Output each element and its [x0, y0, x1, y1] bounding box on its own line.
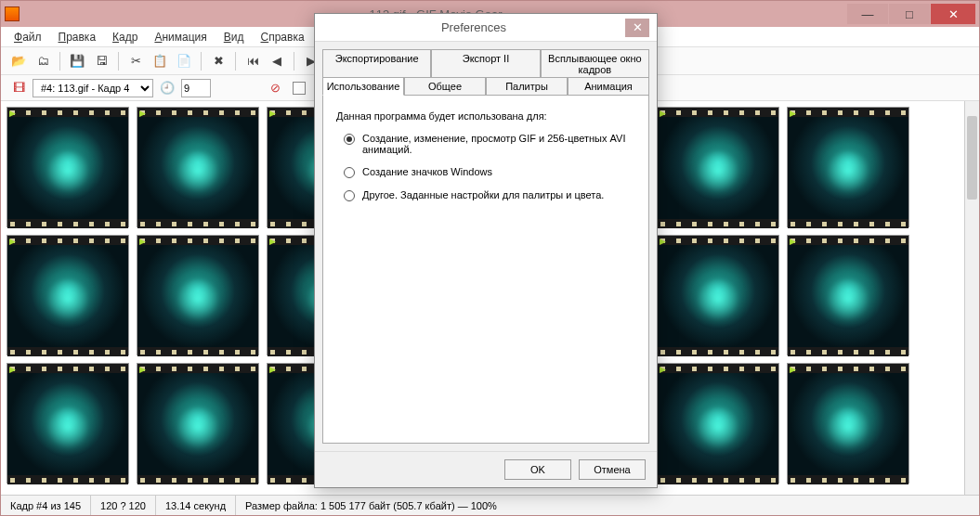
saveas-button[interactable]: 🖫: [91, 51, 111, 71]
tab-export[interactable]: Экспортирование: [322, 49, 431, 78]
frame-thumb[interactable]: ▶: [137, 363, 259, 484]
dialog-titlebar[interactable]: Preferences ✕: [315, 14, 657, 42]
no-icon: ⊘: [270, 81, 281, 95]
radio-label: Создание значков Windows: [362, 166, 492, 177]
statusbar: Кадр #4 из 145 120 ? 120 13.14 секунд Ра…: [1, 495, 979, 515]
frame-thumb[interactable]: ▶: [137, 107, 259, 227]
color-button[interactable]: [289, 78, 309, 98]
scrollbar-thumb[interactable]: [967, 116, 977, 200]
minimize-button[interactable]: —: [847, 4, 888, 24]
frame-thumb[interactable]: ▶: [787, 107, 909, 227]
frame-thumb[interactable]: ▶: [787, 235, 909, 355]
menu-file[interactable]: Файл: [7, 29, 49, 45]
separator: [118, 52, 119, 71]
thumb-image: [7, 373, 128, 475]
copy-button[interactable]: 📋: [150, 51, 170, 71]
separator: [201, 52, 202, 71]
thumb-image: [137, 117, 258, 219]
delay-input[interactable]: [181, 79, 211, 97]
menu-frame[interactable]: Кадр: [105, 29, 145, 45]
separator: [294, 52, 294, 71]
cut-icon: ✂: [131, 54, 141, 68]
color-swatch-icon: [293, 82, 306, 95]
save-icon: 💾: [70, 54, 85, 68]
status-dims: 120 ? 120: [91, 496, 156, 515]
tab-animation[interactable]: Анимация: [568, 77, 649, 96]
thumb-image: [788, 373, 908, 475]
close-button[interactable]: ✕: [931, 4, 975, 24]
open-icon: 📂: [11, 54, 26, 68]
frame-thumb[interactable]: ▶: [7, 107, 129, 227]
vertical-scrollbar[interactable]: [964, 101, 979, 495]
thumb-image: [658, 245, 778, 347]
thumb-image: [788, 245, 908, 347]
separator: [59, 52, 60, 71]
separator: [235, 52, 236, 71]
prev-button[interactable]: ◀: [267, 51, 287, 71]
tab-export2[interactable]: Экспорт II: [431, 49, 540, 78]
frame-thumb[interactable]: ▶: [7, 235, 129, 355]
clock-button[interactable]: 🕘: [157, 78, 177, 98]
thumb-image: [7, 245, 128, 347]
radio-label: Другое. Заданные настройки для палитры и…: [362, 189, 604, 200]
frame-thumb[interactable]: ▶: [657, 235, 779, 355]
usage-intro: Данная программа будет использована для:: [336, 110, 635, 122]
insert-button[interactable]: 🗂: [33, 51, 53, 71]
menu-view[interactable]: Вид: [216, 29, 252, 45]
film-icon: 🎞: [13, 81, 25, 95]
status-frame: Кадр #4 из 145: [1, 496, 91, 515]
copy-icon: 📋: [152, 54, 167, 68]
tab-usage[interactable]: Использование: [322, 77, 404, 96]
thumb-image: [137, 245, 258, 347]
frame-icon-button[interactable]: 🎞: [8, 78, 29, 98]
paste-button[interactable]: 📄: [174, 51, 194, 71]
radio-other[interactable]: Другое. Заданные настройки для палитры и…: [336, 189, 635, 201]
thumb-image: [658, 117, 778, 219]
dialog-tabs: Экспортирование Экспорт II Всплывающее о…: [315, 42, 657, 95]
tab-popup[interactable]: Всплывающее окно кадров: [541, 49, 649, 78]
radio-gif-avi[interactable]: Создание, изменение, просмотр GIF и 256-…: [336, 133, 635, 155]
frame-thumb[interactable]: ▶: [657, 107, 779, 227]
rewind-button[interactable]: ⏮: [242, 51, 263, 71]
preferences-dialog: Preferences ✕ Экспортирование Экспорт II…: [314, 13, 658, 488]
delete-button[interactable]: ✖: [208, 51, 229, 71]
prev-icon: ◀: [272, 54, 281, 68]
radio-icons[interactable]: Создание значков Windows: [336, 166, 635, 178]
delete-icon: ✖: [214, 54, 224, 68]
thumb-image: [788, 117, 908, 219]
radio-icon: [344, 190, 355, 201]
thumb-image: [7, 117, 128, 219]
clock-icon: 🕘: [160, 81, 175, 95]
open-button[interactable]: 📂: [8, 51, 29, 71]
tab-palettes[interactable]: Палитры: [486, 77, 568, 96]
save-button[interactable]: 💾: [67, 51, 87, 71]
app-icon: [5, 6, 20, 21]
insert-icon: 🗂: [37, 54, 49, 68]
saveas-icon: 🖫: [96, 54, 108, 68]
thumb-image: [137, 373, 258, 475]
frame-thumb[interactable]: ▶: [137, 235, 259, 355]
tab-panel-usage: Данная программа будет использована для:…: [322, 95, 649, 444]
dialog-title: Preferences: [322, 20, 625, 34]
tab-general[interactable]: Общее: [404, 77, 486, 96]
thumb-image: [658, 373, 778, 475]
trans-button[interactable]: ⊘: [265, 78, 285, 98]
frame-selector[interactable]: #4: 113.gif - Кадр 4: [33, 79, 153, 97]
status-duration: 13.14 секунд: [156, 496, 236, 515]
radio-icon: [344, 134, 355, 145]
maximize-button[interactable]: □: [889, 4, 930, 24]
frame-thumb[interactable]: ▶: [7, 363, 129, 484]
radio-icon: [344, 167, 355, 178]
dialog-close-button[interactable]: ✕: [625, 19, 649, 37]
frame-thumb[interactable]: ▶: [787, 363, 909, 484]
menu-help[interactable]: Справка: [254, 29, 312, 45]
rewind-icon: ⏮: [247, 54, 259, 68]
cut-button[interactable]: ✂: [125, 51, 146, 71]
ok-button[interactable]: OK: [504, 459, 571, 480]
frame-thumb[interactable]: ▶: [657, 363, 779, 484]
paste-icon: 📄: [176, 54, 191, 68]
cancel-button[interactable]: Отмена: [579, 459, 646, 480]
menu-edit[interactable]: Правка: [51, 29, 104, 45]
radio-label: Создание, изменение, просмотр GIF и 256-…: [362, 133, 635, 155]
menu-animation[interactable]: Анимация: [147, 29, 214, 45]
